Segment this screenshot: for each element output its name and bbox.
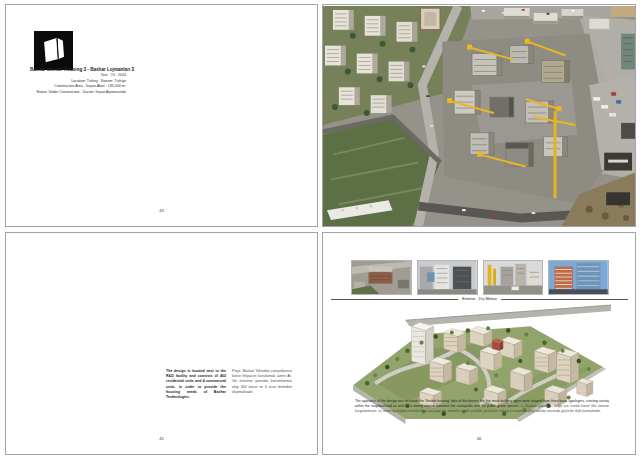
figure-caption: Exterior - Dış Mekan (462, 297, 497, 301)
page-number: 45 (6, 436, 317, 441)
caption-rule-left (331, 299, 458, 300)
thumbnail-completed-facade (548, 260, 609, 295)
project-status: Status: Under Construction - Durum: İnşa… (30, 90, 126, 96)
photo-thumbnail-row (351, 260, 609, 295)
thumbnail-aerial-construction (351, 260, 412, 295)
page-masterplan[interactable]: Exterior - Dış Mekan (322, 232, 636, 455)
description-turkish: Proje, Bashar Teknoloji çalışanlarının k… (232, 369, 292, 400)
thumbnail-site-street (483, 260, 544, 295)
document-canvas: Bashar Worker Housing 3 - Bashar Lojmanl… (0, 0, 640, 458)
page-aerial-photo[interactable] (322, 4, 636, 227)
firm-logo-icon (34, 31, 73, 70)
figure-caption-row: Exterior - Dış Mekan (331, 297, 628, 301)
aerial-construction-photo (323, 6, 635, 226)
page-number: 46 (323, 436, 635, 441)
masterplan-paragraph: The approach of the design was to create… (355, 399, 609, 414)
page-description-text[interactable]: The design is located next to the R&D fa… (5, 232, 318, 455)
page-number: 43 (6, 208, 317, 213)
project-title-block: Bashar Worker Housing 3 - Bashar Lojmanl… (30, 67, 126, 95)
page-project-info[interactable]: Bashar Worker Housing 3 - Bashar Lojmanl… (5, 4, 318, 227)
description-english: The design is located next to the R&D fa… (166, 369, 226, 400)
caption-rule-right (501, 299, 628, 300)
description-columns: The design is located next to the R&D fa… (166, 369, 293, 400)
thumbnail-street-view (417, 260, 478, 295)
